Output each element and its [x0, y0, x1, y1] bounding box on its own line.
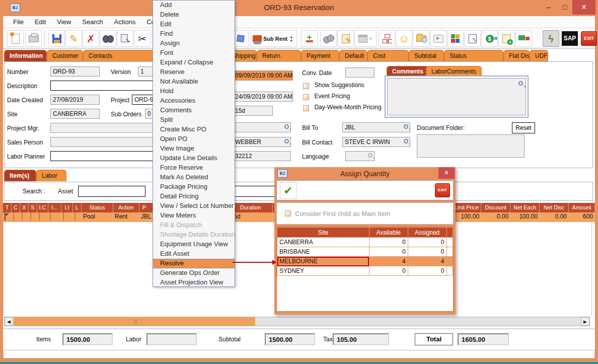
row-checkbox-ic[interactable]	[39, 212, 40, 221]
contact-field[interactable]: WEBBER	[233, 137, 291, 147]
site-table-row[interactable]: BRISBANE 0 0	[277, 247, 453, 257]
available-cell[interactable]: 0	[369, 238, 408, 247]
site-cell[interactable]: MELBOURNE	[277, 257, 369, 266]
site-cell[interactable]: CANBERRA	[277, 238, 369, 247]
save-button[interactable]	[48, 30, 65, 47]
context-menu-item[interactable]: Edit	[153, 20, 235, 29]
site-field[interactable]: CANBERRA	[50, 109, 100, 119]
context-menu-item[interactable]: Hold	[153, 87, 235, 96]
menu-item[interactable]: Edit	[30, 17, 51, 27]
column-header-net-each[interactable]: Net Each	[510, 203, 540, 212]
dialog-exit-button[interactable]: EXIT	[435, 183, 450, 197]
bill-contact-field[interactable]: STEVE C IRWIN	[342, 137, 410, 147]
context-menu-item[interactable]: Update Line Details	[153, 154, 235, 163]
tab[interactable]: Return	[257, 50, 301, 61]
tab[interactable]: Customer	[47, 50, 83, 61]
tab-labor[interactable]: Labor	[36, 170, 66, 181]
tab[interactable]: Subtotal	[409, 50, 444, 61]
column-header-amount[interactable]: Amount	[569, 203, 595, 212]
scrollbar-thumb[interactable]	[14, 317, 255, 326]
search-icon[interactable]	[404, 139, 408, 143]
search-icon[interactable]	[518, 81, 523, 86]
row-checkbox-l[interactable]	[74, 212, 76, 221]
money-transfer-button[interactable]: $	[481, 30, 498, 47]
context-menu-item[interactable]: Add	[153, 1, 235, 10]
column-header[interactable]: L	[73, 203, 82, 212]
menu-item[interactable]: Actions	[109, 17, 141, 27]
truck-button[interactable]	[515, 30, 532, 47]
column-header-duration[interactable]: Duration	[229, 203, 273, 212]
find-button[interactable]	[100, 30, 116, 47]
minimize-button[interactable]: –	[541, 0, 556, 15]
site-cell[interactable]: BRISBANE	[277, 247, 369, 257]
context-menu-item[interactable]: Split	[153, 115, 235, 125]
sub-rent-button[interactable]: Sub Rent ▼▲	[251, 30, 297, 47]
new-button[interactable]	[7, 30, 24, 47]
calendar-dropdown-icon[interactable]: ▼	[369, 37, 372, 40]
row-checkbox-ii[interactable]	[63, 212, 64, 221]
assigned-cell[interactable]: 0	[408, 247, 446, 257]
column-header-unit-price[interactable]: Unit Price	[453, 203, 481, 212]
context-menu-item[interactable]: Asset Projection View	[153, 278, 235, 287]
column-header-discount[interactable]: Discount	[481, 203, 510, 212]
language-field[interactable]	[345, 151, 375, 161]
context-menu-item[interactable]: View Meters	[153, 211, 235, 221]
context-menu-item[interactable]: Font	[153, 48, 235, 58]
print-button[interactable]	[25, 30, 42, 47]
column-header[interactable]: C	[12, 203, 20, 212]
available-cell[interactable]: 0	[369, 247, 408, 257]
site-table-row[interactable]: MELBOURNE 4 4	[277, 257, 453, 266]
maximize-button[interactable]: □	[557, 0, 572, 15]
tab[interactable]: UDF	[530, 50, 548, 61]
column-header[interactable]: I...	[48, 203, 61, 212]
context-menu-item[interactable]: Edit Asset	[153, 249, 235, 259]
row-checkbox-x[interactable]	[22, 212, 23, 221]
context-menu-item[interactable]: Comments	[153, 106, 235, 115]
reset-button[interactable]: Reset	[512, 122, 535, 133]
cut-button[interactable]: ✂	[134, 30, 151, 47]
column-header-status[interactable]: Status	[82, 203, 113, 212]
tab[interactable]: Default	[339, 50, 367, 61]
folder-time-button[interactable]	[413, 30, 429, 47]
context-menu-item[interactable]: Find	[153, 29, 235, 39]
conv-date-field[interactable]	[345, 67, 375, 78]
phone-field[interactable]: 32212	[233, 151, 291, 161]
dialog-close-button[interactable]: ×	[438, 167, 455, 179]
menu-item[interactable]: Search	[77, 17, 108, 27]
smiley-button[interactable]: ☺	[396, 30, 412, 47]
column-header[interactable]: I.C	[37, 203, 48, 212]
row-checkbox-t[interactable]	[5, 212, 6, 221]
search-icon[interactable]	[404, 124, 408, 129]
context-menu-item[interactable]: Create Misc PO	[153, 125, 235, 134]
scroll-right-icon[interactable]: ▶	[581, 317, 589, 326]
invoice-button[interactable]	[498, 30, 515, 47]
checkbox[interactable]	[303, 94, 309, 100]
context-menu-item[interactable]: Force Reserve	[153, 163, 235, 173]
close-button[interactable]: ✕	[572, 0, 595, 15]
column-header-site[interactable]: Site	[277, 228, 369, 238]
context-menu-item[interactable]: Resolve	[153, 259, 235, 268]
site-table-row[interactable]: CANBERRA 0 0	[277, 238, 453, 247]
exit-button[interactable]: EXIT	[581, 31, 597, 46]
end-date-field[interactable]: 24/09/2019 09:00 AM	[233, 92, 293, 102]
column-header[interactable]: S	[29, 203, 37, 212]
blocks-button[interactable]	[447, 30, 464, 47]
tab-items[interactable]: Item(s)	[4, 170, 36, 181]
menu-item[interactable]: View	[52, 17, 76, 27]
date-created-field[interactable]: 27/08/2019	[50, 95, 100, 105]
group-query-button[interactable]	[320, 30, 337, 47]
spinner-arrows-icon[interactable]: ▼▲	[289, 36, 293, 41]
context-menu-item[interactable]: View / Select Lot Number	[153, 201, 235, 211]
calendar-button[interactable]: ▼	[354, 30, 377, 47]
asset-search-input[interactable]	[78, 186, 145, 197]
context-menu-item[interactable]: Equipment Usage View	[153, 240, 235, 249]
copy-button[interactable]	[117, 30, 133, 47]
assigned-cell[interactable]: 4	[408, 257, 446, 266]
checkbox[interactable]	[303, 83, 309, 89]
context-menu-item[interactable]: Open PO	[153, 134, 235, 144]
row-checkbox-i[interactable]	[50, 212, 51, 221]
tab[interactable]: Flat Discounts	[503, 50, 530, 61]
checkbox[interactable]	[303, 105, 309, 111]
context-menu-item[interactable]: Detail Pricing	[153, 192, 235, 201]
context-menu-item[interactable]: View Image	[153, 144, 235, 154]
